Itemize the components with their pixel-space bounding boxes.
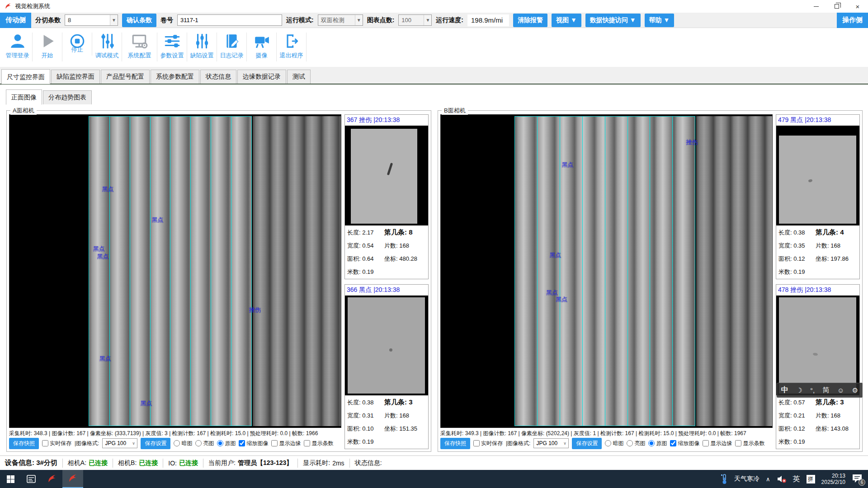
run-mode-select[interactable]: 双面检测 ▼ [318,14,363,26]
start-button[interactable] [0,470,21,488]
dark-image-radio[interactable]: 暗图 [605,440,623,447]
original-image-input[interactable] [217,440,223,446]
dark-image-radio[interactable]: 暗图 [174,440,192,447]
exit-icon [283,33,300,50]
admin-login-button[interactable]: 管理登录 [3,33,33,61]
ime-settings-gear-icon[interactable]: ⚙ [852,386,858,394]
camera-a-live-image[interactable]: 黑点 黑点 黑点 黑点 挫伤 黑点 黑点 [9,114,341,428]
minimize-button[interactable] [806,0,826,13]
ime-mode-badge[interactable]: 拼 [807,475,815,483]
original-image-input[interactable] [648,440,655,446]
bright-image-input[interactable] [627,440,633,446]
show-edge-input[interactable] [271,440,278,446]
restore-button[interactable] [826,0,847,13]
defect-thumbnail-image [348,297,425,393]
camera-b-live-image[interactable]: 挫伤 黑点 黑点 黑点 黑点 [440,114,773,428]
strip-boundary-line [560,117,560,426]
show-edge-input[interactable] [703,440,709,446]
debug-mode-button[interactable]: 调试模式 [92,33,122,61]
tab-distribution-trend-chart[interactable]: 分布趋势图表 [43,90,92,104]
tab-defect-monitor[interactable]: 缺陷监控界面 [51,70,100,84]
camera-record-button[interactable]: 摄像 [247,33,277,61]
dark-image-input[interactable] [174,440,180,446]
tray-expand-chevron[interactable]: ∧ [766,476,770,483]
zoom-image-input[interactable] [239,440,245,446]
transmission-side-button[interactable]: 传动侧 [0,13,31,28]
bright-image-radio[interactable]: 亮图 [627,440,645,447]
parameter-settings-button[interactable]: 参数设置 [157,33,187,61]
exit-program-button[interactable]: 退出程序 [277,33,307,61]
system-config-button[interactable]: 系统配置 [122,33,157,61]
start-button[interactable]: 开始 [33,33,62,61]
zoom-image-checkbox[interactable]: 缩放图像 [670,440,699,447]
bright-image-input[interactable] [195,440,202,446]
data-quick-access-menu-button[interactable]: 数据快捷访问 ▼ [585,14,641,27]
tab-edge-data-record[interactable]: 边缘数据记录 [237,70,286,84]
tab-product-model-config[interactable]: 产品型号配置 [101,70,150,84]
save-settings-button[interactable]: 保存设置 [141,438,170,449]
defect-card[interactable]: 366 黑点 |20:13:38 长度: 0.38第几条: 3 宽度: 0.31… [344,284,429,449]
camera-b-conn-label: 相机B: [118,459,137,467]
operation-side-button[interactable]: 操作侧 [837,13,868,28]
taskbar-clock[interactable]: 20:13 2025/2/10 [821,473,845,485]
show-count-checkbox[interactable]: 显示条数 [304,440,333,447]
app-logo-icon [5,3,12,10]
dark-image-input[interactable] [605,440,611,446]
confirm-count-button[interactable]: 确认条数 [122,14,156,27]
clock-time: 20:13 [821,473,845,479]
original-image-radio[interactable]: 原图 [217,440,236,447]
defect-card[interactable]: 367 挫伤 |20:13:38 长度: 2.17第几条: 8 宽度: 0.54… [344,114,429,279]
view-menu-button[interactable]: 视图 ▼ [552,14,581,27]
show-count-checkbox[interactable]: 显示条数 [735,440,764,447]
tab-front-image[interactable]: 正面图像 [6,89,42,105]
tab-status-info[interactable]: 状态信息 [200,70,236,84]
strip-detection-zone [514,116,695,426]
show-edge-checkbox[interactable]: 显示边缘 [703,440,732,447]
show-count-input[interactable] [304,440,310,446]
defect-card[interactable]: 478 挫伤 |20:13:38 长度: 0.57第几条: 3 宽度: 0.21… [776,284,860,449]
ime-punctuation-button[interactable]: °, [810,386,815,394]
show-edge-checkbox[interactable]: 显示边缘 [271,440,301,447]
help-menu-button[interactable]: 帮助 ▼ [645,14,675,27]
image-format-select[interactable]: JPG 100∨ [533,438,569,448]
roll-number-input[interactable] [177,14,282,26]
running-app-button[interactable] [62,470,83,488]
show-count-input[interactable] [735,440,741,446]
chart-points-select[interactable]: 100 ▼ [398,14,432,26]
defect-thumbnail-image [779,297,856,393]
clear-alarm-button[interactable]: 清除报警 [513,14,547,27]
volume-muted-icon[interactable] [777,475,787,483]
zoom-image-checkbox[interactable]: 缩放图像 [239,440,268,447]
task-view-button[interactable] [21,470,42,488]
bright-image-radio[interactable]: 亮图 [195,440,214,447]
action-center-button[interactable]: 6 [852,474,863,484]
realtime-save-input[interactable] [473,440,480,446]
realtime-save-input[interactable] [42,440,48,446]
tab-test[interactable]: 测试 [287,70,311,84]
stop-button[interactable]: 停止 [62,33,92,56]
main-tab-bar: 尺寸监控界面 缺陷监控界面 产品型号配置 系统参数配置 状态信息 边缘数据记录 … [0,67,868,84]
original-image-radio[interactable]: 原图 [648,440,667,447]
ime-chinese-mode-button[interactable]: 中 [781,385,788,395]
save-snapshot-button[interactable]: 保存快照 [9,438,39,449]
ime-simplified-button[interactable]: 简 [823,386,830,394]
dropdown-arrow-icon: ▼ [110,15,118,25]
tab-size-monitor[interactable]: 尺寸监控界面 [1,69,50,84]
defect-settings-button[interactable]: 缺陷设置 [187,33,217,61]
close-button[interactable]: × [847,0,868,13]
tab-system-param-config[interactable]: 系统参数配置 [151,70,199,84]
slice-count-select[interactable]: 8 ▼ [65,14,118,26]
save-snapshot-button[interactable]: 保存快照 [440,438,470,449]
pinned-app-button[interactable] [42,470,62,488]
realtime-save-checkbox[interactable]: 实时保存 [473,440,503,447]
weather-text[interactable]: 天气寒冷 [734,475,760,483]
realtime-save-checkbox[interactable]: 实时保存 [42,440,71,447]
image-format-select[interactable]: JPG 100∨ [102,438,137,448]
ime-emoji-button[interactable]: ☺ [837,386,844,394]
log-record-button[interactable]: 日志记录 [217,33,247,61]
defect-card[interactable]: 479 黑点 |20:13:38 长度: 0.38第几条: 4 宽度: 0.35… [776,114,860,279]
save-settings-button[interactable]: 保存设置 [572,438,602,449]
zoom-image-input[interactable] [670,440,676,446]
ime-language-indicator[interactable]: 英 [793,474,800,484]
ime-fullwidth-moon-icon[interactable]: ☽ [796,386,802,394]
